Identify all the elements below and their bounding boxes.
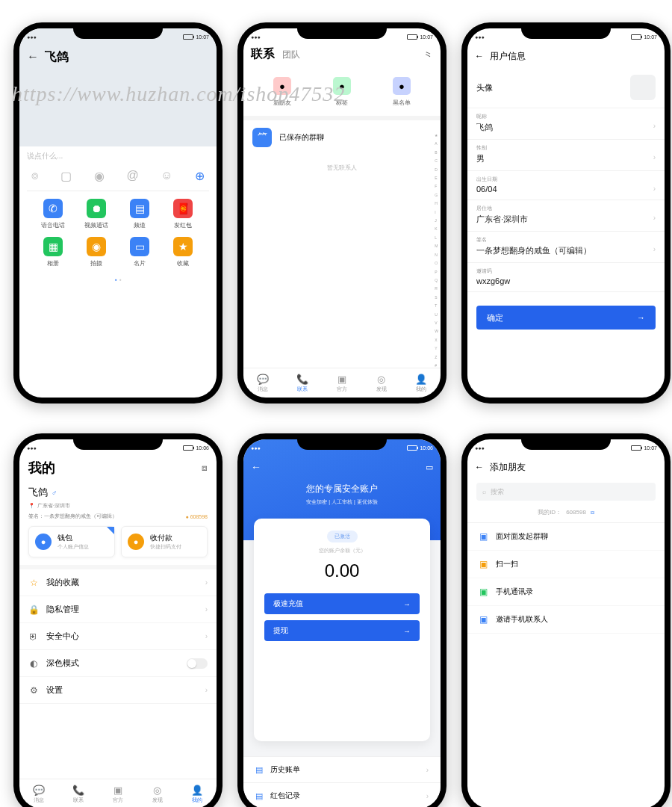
plus-icon[interactable]: ⊕: [195, 169, 205, 183]
attachment-favorite[interactable]: ★收藏: [161, 237, 205, 268]
nav-消息[interactable]: 💬消息: [243, 368, 283, 398]
addopt-扫一扫[interactable]: ▣扫一扫: [467, 551, 665, 578]
nav-发现[interactable]: ◎发现: [361, 368, 401, 398]
status-bar: ●●● 10:07: [467, 28, 665, 45]
balance-amount: 0.00: [264, 560, 420, 581]
row-历史账单[interactable]: ▤历史账单: [243, 756, 441, 782]
redpacket-icon: 🧧: [173, 199, 193, 218]
attachment-card[interactable]: ▭名片: [118, 237, 161, 268]
image-icon[interactable]: ▢: [60, 169, 72, 183]
attachment-camera[interactable]: ◉拍摄: [75, 237, 118, 268]
nav-icon: ◎: [153, 785, 161, 796]
emoji-icon[interactable]: ☺: [161, 169, 172, 183]
action-提现[interactable]: 提现: [264, 620, 420, 641]
field-邀请码: 邀请码wxzg6gw: [467, 263, 665, 292]
quick-actions: ●新朋友●标签●黑名单: [243, 64, 441, 120]
toggle[interactable]: [187, 658, 208, 669]
profile-card[interactable]: 飞鸽♂ 📍广东省·深圳市 签名：一条梦想翻身的咸鱼（可编辑）● 608598: [19, 483, 217, 526]
card-icon[interactable]: ▭: [426, 463, 433, 472]
quick-item[interactable]: ●黑名单: [393, 77, 411, 107]
gender-icon: ♂: [52, 489, 57, 497]
field-性别[interactable]: 性别男: [467, 140, 665, 171]
titlebar: ← 添加朋友: [467, 456, 665, 478]
back-icon[interactable]: ←: [475, 462, 484, 472]
quick-item[interactable]: ●标签: [333, 77, 351, 107]
action-极速充值[interactable]: 极速充值: [264, 593, 420, 614]
addopt-面对面发起群聊[interactable]: ▣面对面发起群聊: [467, 523, 665, 551]
avatar-row[interactable]: 头像: [467, 67, 665, 108]
confirm-button[interactable]: 确定: [476, 306, 656, 330]
menu-我的收藏[interactable]: ☆我的收藏: [19, 569, 217, 596]
at-icon[interactable]: @: [126, 169, 138, 183]
qr-icon[interactable]: ⧈: [202, 463, 208, 473]
tab-contacts[interactable]: 联系: [251, 46, 275, 62]
nav-消息[interactable]: 💬消息: [19, 779, 59, 807]
status-badge: 已激活: [327, 531, 358, 542]
chevron-right-icon: [653, 122, 656, 133]
empty-hint: 暂无联系人: [243, 155, 441, 181]
nav-icon: 💬: [33, 785, 45, 796]
saved-groups-row[interactable]: ⺮ 已保存的群聊: [243, 120, 441, 155]
list-icon: ▤: [255, 791, 263, 801]
lock-icon: 🔒: [28, 605, 39, 615]
menu-安全中心[interactable]: ⛨安全中心: [19, 623, 217, 650]
addopt-邀请手机联系人[interactable]: ▣邀请手机联系人: [467, 606, 665, 634]
nav-我的[interactable]: 👤我的: [177, 779, 217, 807]
shield-icon: ⛨: [28, 631, 39, 642]
quick-item[interactable]: ●新朋友: [273, 77, 291, 107]
search-input[interactable]: ⌕ 搜索: [476, 483, 656, 501]
card-钱包[interactable]: ●钱包个人账户信息: [28, 526, 115, 557]
option-icon: ▣: [478, 614, 488, 625]
contacts-tabs: 联系 团队 ⺀: [243, 45, 441, 64]
chat-title: 飞鸽: [45, 49, 69, 65]
quick-icon: ●: [333, 77, 351, 95]
star-icon: ☆: [28, 578, 39, 588]
addopt-手机通讯录[interactable]: ▣手机通讯录: [467, 578, 665, 606]
attachment-redpacket[interactable]: 🧧发红包: [161, 199, 205, 229]
field-出生日期[interactable]: 出生日期06/04: [467, 171, 665, 200]
field-签名[interactable]: 签名一条梦想翻身的咸鱼（可编辑）: [467, 232, 665, 263]
nav-官方[interactable]: ▣官方: [99, 779, 138, 807]
menu-隐私管理[interactable]: 🔒隐私管理: [19, 596, 217, 623]
card-收付款[interactable]: ●收付款快捷扫码支付: [121, 526, 208, 557]
menu-深色模式[interactable]: ◐深色模式: [19, 650, 217, 677]
status-bar: ●●● 10:06: [19, 439, 217, 456]
camera-icon[interactable]: ◉: [94, 169, 105, 183]
back-icon[interactable]: ←: [27, 50, 39, 64]
attachment-album[interactable]: ▦相册: [31, 237, 75, 268]
nav-联系[interactable]: 📞联系: [283, 368, 323, 398]
titlebar: ← 飞鸽: [19, 45, 217, 69]
arrow-right-icon: [637, 313, 645, 322]
page-title: 我的: [28, 459, 55, 477]
nav-官方[interactable]: ▣官方: [323, 368, 362, 398]
quick-icon: ●: [273, 77, 291, 95]
tab-teams[interactable]: 团队: [282, 49, 300, 61]
message-input[interactable]: 说点什么...: [27, 146, 209, 167]
nav-联系[interactable]: 📞联系: [59, 779, 99, 807]
alpha-index[interactable]: ★ABCDEFGHIJKLMNOPQRSTUVWXYZ#: [435, 133, 438, 368]
back-icon[interactable]: ←: [251, 461, 261, 473]
menu-设置[interactable]: ⚙设置: [19, 677, 217, 704]
gear-icon: ⚙: [28, 685, 39, 696]
status-bar: ●●● 10:07: [467, 439, 665, 456]
nav-发现[interactable]: ◎发现: [137, 779, 177, 807]
voice-icon[interactable]: ⌾: [31, 169, 39, 183]
phone-wallet: ●●● 10:06 ← ▭ 您的专属安全账户 安全加密 | 人工审核 | 更优体…: [237, 433, 447, 807]
card-icon: ●: [35, 534, 52, 550]
wallet-subtitle: 安全加密 | 人工审核 | 更优体验: [243, 498, 441, 506]
attachment-video[interactable]: ⏺视频通话: [75, 199, 118, 229]
nav-icon: 👤: [415, 374, 427, 385]
add-contact-icon[interactable]: ⺀: [424, 49, 433, 61]
quick-icon: ●: [393, 77, 411, 95]
chevron-right-icon: [205, 686, 208, 694]
back-icon[interactable]: ←: [475, 51, 484, 61]
balance-label: 您的账户余额（元）: [264, 547, 420, 554]
row-红包记录[interactable]: ▤红包记录: [243, 782, 441, 807]
attachment-phone[interactable]: ✆语音电话: [31, 199, 75, 229]
my-id-row[interactable]: 我的ID：608598 ⧈: [467, 505, 665, 522]
field-昵称[interactable]: 昵称飞鸽: [467, 108, 665, 140]
attachment-channel[interactable]: ▤频道: [118, 199, 161, 229]
nav-我的[interactable]: 👤我的: [401, 368, 441, 398]
field-居住地[interactable]: 居住地广东省·深圳市: [467, 200, 665, 232]
list-icon: ▤: [255, 765, 263, 775]
